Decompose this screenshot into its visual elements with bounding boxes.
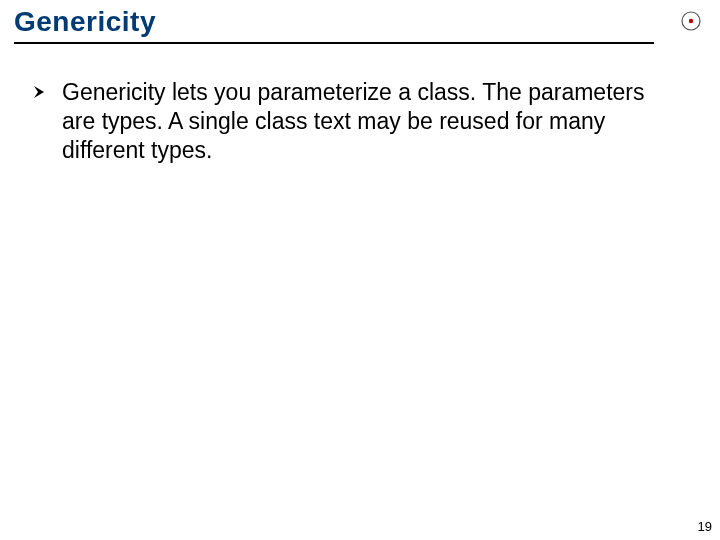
slide-header: Genericity [14,6,706,44]
title-underline [14,42,654,44]
svg-point-1 [689,19,693,23]
logo-icon [680,10,702,36]
svg-marker-2 [34,86,44,98]
slide-title: Genericity [14,6,706,38]
bullet-text: Genericity lets you parameterize a class… [62,78,660,164]
page-number: 19 [698,519,712,534]
bullet-arrow-icon [32,84,48,104]
slide: Genericity Genericity lets you parameter… [0,0,720,540]
bullet-item: Genericity lets you parameterize a class… [32,78,660,164]
slide-body: Genericity lets you parameterize a class… [32,78,660,164]
